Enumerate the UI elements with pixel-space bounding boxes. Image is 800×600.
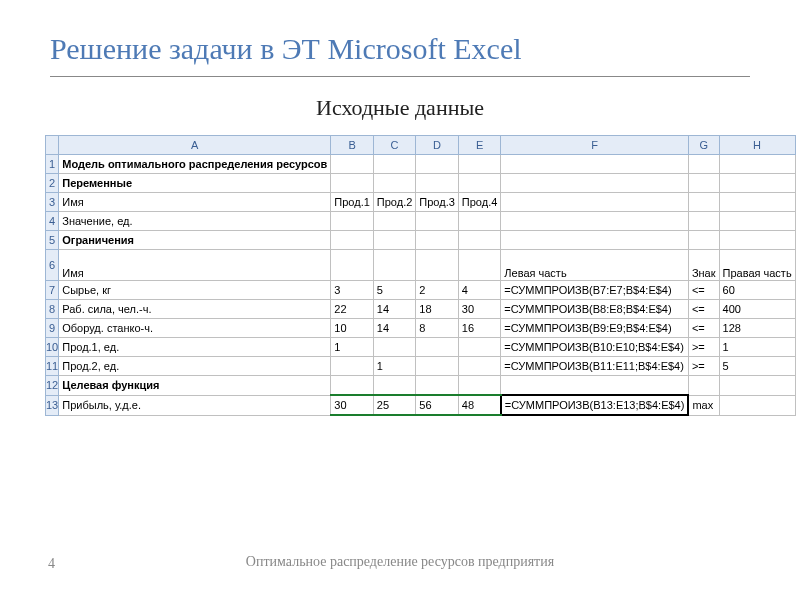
cell-H12[interactable] xyxy=(719,376,795,396)
cell-H6[interactable]: Правая часть xyxy=(719,250,795,281)
cell-H13[interactable] xyxy=(719,395,795,415)
cell-A4[interactable]: Значение, ед. xyxy=(59,212,331,231)
cell-D10[interactable] xyxy=(416,338,459,357)
cell-H10[interactable]: 1 xyxy=(719,338,795,357)
cell-E2[interactable] xyxy=(458,174,501,193)
cell-G3[interactable] xyxy=(688,193,719,212)
cell-A7[interactable]: Сырье, кг xyxy=(59,281,331,300)
row-header-2[interactable]: 2 xyxy=(46,174,59,193)
col-header-H[interactable]: H xyxy=(719,136,795,155)
row-header-5[interactable]: 5 xyxy=(46,231,59,250)
col-header-A[interactable]: A xyxy=(59,136,331,155)
cell-G2[interactable] xyxy=(688,174,719,193)
cell-H4[interactable] xyxy=(719,212,795,231)
cell-A8[interactable]: Раб. сила, чел.-ч. xyxy=(59,300,331,319)
cell-D1[interactable] xyxy=(416,155,459,174)
cell-C11[interactable]: 1 xyxy=(373,357,416,376)
cell-F4[interactable] xyxy=(501,212,689,231)
cell-F9[interactable]: =СУММПРОИЗВ(B9:E9;B$4:E$4) xyxy=(501,319,689,338)
cell-C8[interactable]: 14 xyxy=(373,300,416,319)
cell-C3[interactable]: Прод.2 xyxy=(373,193,416,212)
row-header-6[interactable]: 6 xyxy=(46,250,59,281)
cell-G12[interactable] xyxy=(688,376,719,396)
row-header-11[interactable]: 11 xyxy=(46,357,59,376)
cell-G6[interactable]: Знак xyxy=(688,250,719,281)
cell-H7[interactable]: 60 xyxy=(719,281,795,300)
cell-H2[interactable] xyxy=(719,174,795,193)
row-header-3[interactable]: 3 xyxy=(46,193,59,212)
cell-H3[interactable] xyxy=(719,193,795,212)
cell-D6[interactable] xyxy=(416,250,459,281)
col-header-B[interactable]: B xyxy=(331,136,374,155)
cell-F7[interactable]: =СУММПРОИЗВ(B7:E7;B$4:E$4) xyxy=(501,281,689,300)
cell-F3[interactable] xyxy=(501,193,689,212)
cell-G7[interactable]: <= xyxy=(688,281,719,300)
row-header-10[interactable]: 10 xyxy=(46,338,59,357)
cell-B3[interactable]: Прод.1 xyxy=(331,193,374,212)
cell-E6[interactable] xyxy=(458,250,501,281)
cell-E7[interactable]: 4 xyxy=(458,281,501,300)
cell-C2[interactable] xyxy=(373,174,416,193)
cell-B6[interactable] xyxy=(331,250,374,281)
row-header-9[interactable]: 9 xyxy=(46,319,59,338)
cell-G11[interactable]: >= xyxy=(688,357,719,376)
col-header-E[interactable]: E xyxy=(458,136,501,155)
cell-B13[interactable]: 30 xyxy=(331,395,374,415)
cell-C13[interactable]: 25 xyxy=(373,395,416,415)
cell-A1[interactable]: Модель оптимального распределения ресурс… xyxy=(59,155,331,174)
cell-F13[interactable]: =СУММПРОИЗВ(B13:E13;B$4:E$4) xyxy=(501,395,689,415)
cell-D7[interactable]: 2 xyxy=(416,281,459,300)
cell-E12[interactable] xyxy=(458,376,501,396)
cell-F11[interactable]: =СУММПРОИЗВ(B11:E11;B$4:E$4) xyxy=(501,357,689,376)
cell-E13[interactable]: 48 xyxy=(458,395,501,415)
cell-A12[interactable]: Целевая функция xyxy=(59,376,331,396)
col-header-G[interactable]: G xyxy=(688,136,719,155)
cell-F10[interactable]: =СУММПРОИЗВ(B10:E10;B$4:E$4) xyxy=(501,338,689,357)
cell-H11[interactable]: 5 xyxy=(719,357,795,376)
cell-C7[interactable]: 5 xyxy=(373,281,416,300)
cell-B10[interactable]: 1 xyxy=(331,338,374,357)
cell-C6[interactable] xyxy=(373,250,416,281)
cell-G9[interactable]: <= xyxy=(688,319,719,338)
cell-A9[interactable]: Оборуд. станко-ч. xyxy=(59,319,331,338)
cell-E1[interactable] xyxy=(458,155,501,174)
cell-F2[interactable] xyxy=(501,174,689,193)
cell-G8[interactable]: <= xyxy=(688,300,719,319)
cell-C9[interactable]: 14 xyxy=(373,319,416,338)
cell-G1[interactable] xyxy=(688,155,719,174)
cell-A13[interactable]: Прибыль, у.д.е. xyxy=(59,395,331,415)
row-header-4[interactable]: 4 xyxy=(46,212,59,231)
cell-H8[interactable]: 400 xyxy=(719,300,795,319)
cell-F1[interactable] xyxy=(501,155,689,174)
cell-C12[interactable] xyxy=(373,376,416,396)
cell-F5[interactable] xyxy=(501,231,689,250)
cell-B5[interactable] xyxy=(331,231,374,250)
cell-G5[interactable] xyxy=(688,231,719,250)
cell-G4[interactable] xyxy=(688,212,719,231)
row-header-1[interactable]: 1 xyxy=(46,155,59,174)
cell-C10[interactable] xyxy=(373,338,416,357)
cell-D11[interactable] xyxy=(416,357,459,376)
cell-E3[interactable]: Прод.4 xyxy=(458,193,501,212)
cell-B9[interactable]: 10 xyxy=(331,319,374,338)
cell-H5[interactable] xyxy=(719,231,795,250)
cell-D12[interactable] xyxy=(416,376,459,396)
cell-F12[interactable] xyxy=(501,376,689,396)
row-header-8[interactable]: 8 xyxy=(46,300,59,319)
cell-E9[interactable]: 16 xyxy=(458,319,501,338)
cell-D4[interactable] xyxy=(416,212,459,231)
select-all-cell[interactable] xyxy=(46,136,59,155)
cell-B7[interactable]: 3 xyxy=(331,281,374,300)
cell-G13[interactable]: max xyxy=(688,395,719,415)
cell-D2[interactable] xyxy=(416,174,459,193)
cell-E10[interactable] xyxy=(458,338,501,357)
cell-E8[interactable]: 30 xyxy=(458,300,501,319)
cell-B2[interactable] xyxy=(331,174,374,193)
cell-D9[interactable]: 8 xyxy=(416,319,459,338)
cell-D8[interactable]: 18 xyxy=(416,300,459,319)
cell-F6[interactable]: Левая часть xyxy=(501,250,689,281)
row-header-12[interactable]: 12 xyxy=(46,376,59,396)
cell-H1[interactable] xyxy=(719,155,795,174)
cell-A11[interactable]: Прод.2, ед. xyxy=(59,357,331,376)
cell-A2[interactable]: Переменные xyxy=(59,174,331,193)
